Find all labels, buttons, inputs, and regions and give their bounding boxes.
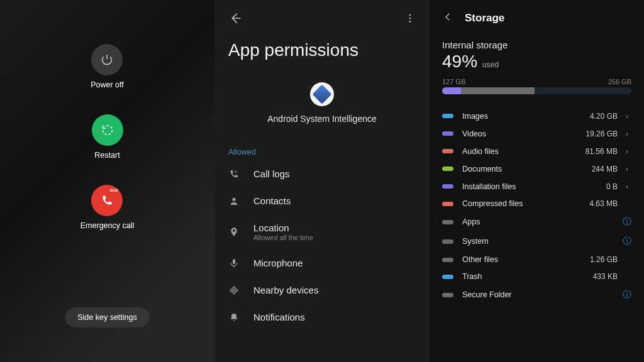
- restart-icon: [92, 114, 123, 146]
- used-capacity: 127 GB: [442, 78, 465, 85]
- chevron-right-icon[interactable]: ›: [623, 164, 631, 173]
- category-value: 244 MB: [592, 165, 618, 173]
- power-off-label: Power off: [91, 80, 124, 89]
- phone-icon: SOS: [91, 185, 123, 216]
- info-icon[interactable]: ⓘ: [623, 216, 631, 228]
- emergency-label: Emergency call: [80, 221, 134, 230]
- svg-point-0: [409, 14, 411, 16]
- storage-category-row[interactable]: Images4.20 GB›: [442, 108, 631, 124]
- perm-label: Notifications: [253, 312, 305, 322]
- power-off-button[interactable]: Power off: [91, 44, 124, 89]
- app-name-label: Android System Intelligence: [267, 114, 377, 124]
- chevron-right-icon[interactable]: ›: [623, 182, 631, 191]
- microphone-icon: [228, 258, 240, 268]
- info-icon[interactable]: ⓘ: [623, 289, 631, 300]
- storage-category-row[interactable]: Videos19.26 GB›: [442, 126, 631, 141]
- category-name: Other files: [462, 255, 590, 264]
- back-icon[interactable]: [442, 11, 453, 25]
- category-name: Compressed files: [462, 199, 589, 208]
- category-name: Videos: [462, 129, 586, 138]
- perm-label: Contacts: [253, 195, 291, 206]
- perm-sublabel: Allowed all the time: [253, 234, 313, 241]
- category-value: 81.56 MB: [586, 147, 618, 156]
- category-swatch: [442, 258, 453, 262]
- category-name: Trash: [462, 272, 593, 281]
- category-swatch: [442, 275, 453, 279]
- nearby-icon: [228, 285, 240, 295]
- category-name: Documents: [462, 165, 592, 173]
- chevron-right-icon[interactable]: ›: [623, 146, 631, 156]
- bell-icon: [228, 312, 240, 322]
- category-value: 433 KB: [593, 272, 618, 281]
- category-swatch: [442, 167, 453, 171]
- phone-log-icon: [228, 169, 240, 179]
- category-swatch: [442, 184, 453, 189]
- sos-badge: SOS: [110, 189, 118, 192]
- page-title: Storage: [465, 12, 504, 25]
- storage-category-row[interactable]: Appsⓘ: [442, 213, 631, 231]
- category-swatch: [442, 293, 453, 297]
- svg-point-2: [409, 21, 411, 23]
- restart-button[interactable]: Restart: [92, 114, 123, 160]
- power-icon: [91, 44, 123, 75]
- perm-label: Nearby devices: [253, 285, 318, 295]
- chevron-right-icon[interactable]: ›: [623, 111, 631, 121]
- storage-panel: Storage Internal storage 49% used 127 GB…: [430, 0, 644, 362]
- contacts-icon: [228, 196, 240, 206]
- category-value: 0 B: [606, 182, 618, 191]
- category-name: Installation files: [462, 182, 606, 191]
- storage-category-row[interactable]: Audio files81.56 MB›: [442, 143, 631, 159]
- emergency-call-button[interactable]: SOS Emergency call: [80, 185, 134, 230]
- category-value: 1.26 GB: [590, 255, 618, 264]
- permission-call-logs[interactable]: Call logs: [228, 160, 416, 187]
- storage-category-row[interactable]: Compressed files4.63 MB: [442, 196, 631, 211]
- perm-label: Call logs: [253, 168, 290, 179]
- chevron-right-icon[interactable]: ›: [623, 129, 631, 138]
- page-title: App permissions: [228, 40, 416, 60]
- app-identity: Android System Intelligence: [228, 82, 416, 124]
- category-swatch: [442, 149, 453, 153]
- permission-location[interactable]: Location Allowed all the time: [228, 214, 416, 250]
- more-icon[interactable]: [404, 13, 416, 26]
- category-name: Apps: [462, 217, 618, 226]
- svg-point-1: [409, 18, 411, 19]
- category-name: Images: [462, 112, 590, 121]
- storage-category-row[interactable]: Other files1.26 GB: [442, 252, 631, 267]
- svg-rect-4: [233, 259, 235, 264]
- storage-category-row[interactable]: Installation files0 B›: [442, 178, 631, 194]
- permission-contacts[interactable]: Contacts: [228, 187, 416, 214]
- permission-microphone[interactable]: Microphone: [228, 250, 416, 277]
- permission-nearby-devices[interactable]: Nearby devices: [228, 277, 416, 304]
- allowed-section-header: Allowed: [228, 148, 416, 156]
- restart-label: Restart: [94, 151, 119, 160]
- storage-bar: [442, 87, 631, 94]
- category-swatch: [442, 239, 453, 244]
- total-capacity: 256 GB: [608, 78, 631, 85]
- storage-category-row[interactable]: Trash433 KB: [442, 269, 631, 284]
- internal-storage-label: Internal storage: [442, 40, 631, 50]
- category-name: Audio files: [462, 147, 586, 156]
- category-swatch: [442, 131, 453, 136]
- category-value: 4.63 MB: [589, 199, 618, 208]
- storage-category-row[interactable]: Documents244 MB›: [442, 161, 631, 177]
- side-key-settings-button[interactable]: Side key settings: [65, 307, 150, 327]
- category-name: System: [462, 237, 618, 246]
- app-permissions-panel: App permissions Android System Intellige…: [214, 0, 430, 362]
- storage-category-row[interactable]: Secure Folderⓘ: [442, 286, 631, 304]
- perm-label: Location: [253, 222, 313, 233]
- percent-used-value: 49%: [442, 52, 477, 72]
- info-icon[interactable]: ⓘ: [623, 236, 631, 247]
- category-swatch: [442, 114, 453, 118]
- storage-category-row[interactable]: Systemⓘ: [442, 233, 631, 250]
- permission-notifications[interactable]: Notifications: [228, 304, 416, 331]
- category-value: 4.20 GB: [590, 112, 618, 121]
- category-swatch: [442, 202, 453, 206]
- category-swatch: [442, 220, 453, 224]
- back-icon[interactable]: [228, 11, 242, 28]
- category-name: Secure Folder: [462, 290, 618, 299]
- perm-label: Microphone: [253, 258, 303, 268]
- category-value: 19.26 GB: [586, 129, 618, 138]
- power-menu-panel: Power off Restart SOS Emergency call Sid…: [0, 0, 214, 362]
- app-icon: [310, 82, 334, 106]
- used-label: used: [482, 60, 499, 69]
